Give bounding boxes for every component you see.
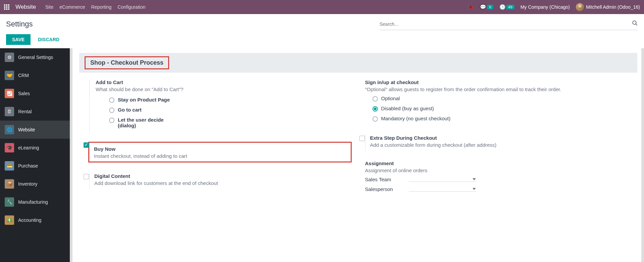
sidebar-item-label: CRM bbox=[18, 73, 29, 78]
apps-icon[interactable] bbox=[4, 4, 9, 10]
sidebar-item-label: Rental bbox=[18, 109, 32, 114]
chevron-down-icon bbox=[473, 188, 476, 190]
sidebar-icon: 🌐 bbox=[5, 125, 14, 134]
nav-reporting[interactable]: Reporting bbox=[91, 4, 111, 10]
sidebar-item-rental[interactable]: 🗓Rental bbox=[0, 103, 72, 121]
sales-team-label: Sales Team bbox=[365, 177, 409, 182]
sidebar-icon: 🤝 bbox=[5, 71, 14, 80]
setting-buy-now: Buy Now Instant checkout, instead of add… bbox=[89, 142, 352, 164]
sidebar-item-elearning[interactable]: 🎓eLearning bbox=[0, 139, 72, 157]
nav-configuration[interactable]: Configuration bbox=[117, 4, 145, 10]
avatar bbox=[576, 3, 584, 11]
nav-site[interactable]: Site bbox=[45, 4, 53, 10]
sidebar-icon: 💳 bbox=[5, 161, 14, 171]
section-title: Shop - Checkout Process bbox=[90, 59, 163, 66]
activities-icon[interactable]: 🕒49 bbox=[499, 4, 514, 10]
setting-assignment: Assignment Assignment of online orders S… bbox=[365, 160, 628, 196]
radio-icon bbox=[373, 106, 378, 112]
sidebar-icon: 🎓 bbox=[5, 143, 14, 152]
sales-team-select[interactable] bbox=[409, 177, 476, 182]
svg-point-0 bbox=[633, 21, 636, 24]
discard-button[interactable]: DISCARD bbox=[35, 34, 63, 45]
radio-mandatory[interactable]: Mandatory (no guest checkout) bbox=[373, 116, 628, 122]
radio-icon bbox=[109, 108, 114, 113]
sidebar-item-label: Website bbox=[18, 127, 35, 132]
setting-title: Add to Cart bbox=[96, 79, 352, 85]
salesperson-label: Salesperson bbox=[365, 186, 409, 192]
sidebar: ⚙General Settings🤝CRM📈Sales🗓Rental🌐Websi… bbox=[0, 48, 72, 262]
setting-desc: Add a customizable form during checkout … bbox=[370, 142, 628, 148]
user-name: Mitchell Admin (Odoo_16) bbox=[586, 4, 640, 10]
sidebar-item-label: eLearning bbox=[18, 145, 39, 150]
sidebar-item-inventory[interactable]: 📦Inventory bbox=[0, 175, 72, 193]
section-title-highlight: Shop - Checkout Process bbox=[85, 56, 169, 69]
section-header: Shop - Checkout Process bbox=[79, 53, 637, 73]
messages-icon[interactable]: 💬6 bbox=[480, 4, 493, 10]
sidebar-item-label: Inventory bbox=[18, 181, 38, 187]
activities-badge: 49 bbox=[506, 5, 514, 9]
content: Shop - Checkout Process Add to Cart What… bbox=[72, 48, 644, 262]
sidebar-item-label: Manufacturing bbox=[18, 199, 48, 205]
svg-line-1 bbox=[636, 24, 637, 25]
setting-digital-content: Digital Content Add download link for cu… bbox=[89, 173, 352, 189]
sidebar-item-accounting[interactable]: 💵Accounting bbox=[0, 211, 72, 229]
radio-icon bbox=[109, 97, 114, 103]
sidebar-item-purchase[interactable]: 💳Purchase bbox=[0, 157, 72, 175]
sidebar-item-general-settings[interactable]: ⚙General Settings bbox=[0, 48, 72, 66]
sidebar-item-manufacturing[interactable]: 🔧Manufacturing bbox=[0, 193, 72, 211]
navbar: Website Site eCommerce Reporting Configu… bbox=[0, 0, 644, 14]
sidebar-icon: ⚙ bbox=[5, 53, 14, 62]
header: Settings SAVE DISCARD bbox=[0, 14, 644, 48]
setting-desc: Instant checkout, instead of adding to c… bbox=[94, 153, 346, 159]
save-button[interactable]: SAVE bbox=[6, 34, 31, 45]
radio-disabled[interactable]: Disabled (buy as guest) bbox=[373, 106, 628, 112]
setting-sign-in: Sign in/up at checkout "Optional" allows… bbox=[365, 79, 628, 126]
page-title: Settings bbox=[6, 20, 33, 28]
search-input[interactable] bbox=[380, 21, 632, 27]
brand-title[interactable]: Website bbox=[15, 4, 36, 10]
setting-title: Assignment bbox=[365, 160, 628, 166]
salesperson-select[interactable] bbox=[409, 187, 476, 192]
digital-content-checkbox[interactable] bbox=[84, 174, 89, 179]
setting-title: Buy Now bbox=[94, 146, 346, 152]
setting-extra-step: Extra Step During Checkout Add a customi… bbox=[365, 135, 628, 151]
extra-step-checkbox[interactable] bbox=[359, 136, 365, 141]
buy-now-checkbox[interactable] bbox=[84, 142, 89, 148]
setting-desc: What should be done on "Add to Cart"? bbox=[96, 86, 352, 92]
setting-desc: Add download link for customers at the e… bbox=[94, 180, 352, 186]
nav-ecommerce[interactable]: eCommerce bbox=[59, 4, 85, 10]
setting-title: Sign in/up at checkout bbox=[365, 79, 628, 85]
sidebar-item-crm[interactable]: 🤝CRM bbox=[0, 66, 72, 84]
sidebar-item-label: Accounting bbox=[18, 217, 41, 223]
sidebar-icon: 📈 bbox=[5, 89, 14, 98]
sidebar-icon: 📦 bbox=[5, 179, 14, 189]
sidebar-item-sales[interactable]: 📈Sales bbox=[0, 84, 72, 103]
sidebar-item-label: Sales bbox=[18, 91, 30, 96]
user-menu[interactable]: Mitchell Admin (Odoo_16) bbox=[576, 3, 640, 11]
radio-stay-on-page[interactable]: Stay on Product Page bbox=[109, 97, 352, 103]
company-switcher[interactable]: My Company (Chicago) bbox=[521, 4, 570, 10]
sidebar-item-label: General Settings bbox=[18, 55, 53, 60]
chevron-down-icon bbox=[473, 178, 476, 180]
radio-icon bbox=[373, 116, 378, 122]
buy-now-highlight: Buy Now Instant checkout, instead of add… bbox=[88, 142, 352, 162]
radio-go-to-cart[interactable]: Go to cart bbox=[109, 107, 352, 113]
setting-desc: "Optional" allows guests to register fro… bbox=[365, 86, 628, 92]
radio-let-user-decide[interactable]: Let the user decide (dialog) bbox=[109, 117, 352, 128]
radio-optional[interactable]: Optional bbox=[373, 95, 628, 102]
messages-badge: 6 bbox=[487, 5, 493, 9]
search-icon[interactable] bbox=[632, 20, 638, 28]
radio-icon bbox=[373, 96, 378, 102]
setting-add-to-cart: Add to Cart What should be done on "Add … bbox=[89, 79, 352, 132]
setting-title: Digital Content bbox=[94, 173, 352, 179]
sidebar-icon: 💵 bbox=[5, 215, 14, 225]
setting-desc: Assignment of online orders bbox=[365, 168, 628, 173]
search-bar bbox=[380, 18, 638, 30]
sidebar-item-website[interactable]: 🌐Website bbox=[0, 121, 72, 139]
sidebar-item-label: Purchase bbox=[18, 163, 38, 169]
setting-title: Extra Step During Checkout bbox=[370, 135, 628, 141]
sidebar-icon: 🗓 bbox=[5, 107, 14, 116]
sidebar-icon: 🔧 bbox=[5, 197, 14, 207]
radio-icon bbox=[109, 118, 114, 123]
debug-icon[interactable]: 🐞 bbox=[467, 4, 474, 10]
